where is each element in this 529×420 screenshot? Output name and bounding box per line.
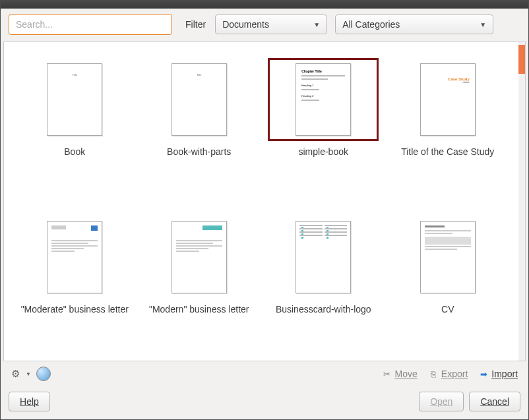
template-item-cv[interactable]: CV (389, 216, 507, 355)
template-item-case-study[interactable]: Case StudysubtitleTitle of the Case Stud… (389, 58, 507, 197)
globe-icon[interactable] (36, 367, 51, 381)
export-action: ⎘ Export (425, 367, 470, 380)
filter-category-dropdown[interactable]: All Categories ▼ (335, 15, 493, 34)
template-item-modern-letter[interactable]: "Modern" business letter (140, 216, 259, 355)
template-label: "Moderate" business letter (21, 304, 129, 316)
template-grid: TitleBookTitleBook-with-partsChapter Tit… (4, 42, 518, 361)
template-item-book[interactable]: TitleBook (16, 58, 134, 197)
template-label: Book (64, 146, 85, 158)
export-icon: ⎘ (428, 369, 439, 379)
template-grid-container: TitleBookTitleBook-with-partsChapter Tit… (3, 42, 526, 361)
chevron-down-icon: ▼ (313, 21, 320, 28)
cancel-button[interactable]: Cancel (469, 392, 520, 411)
import-icon: ➡ (478, 369, 489, 379)
search-input[interactable] (9, 14, 172, 35)
filter-label: Filter (185, 19, 206, 30)
filter-category-value: All Categories (342, 19, 400, 30)
import-action[interactable]: ➡ Import (476, 367, 520, 380)
move-action: ✂ Move (379, 367, 420, 380)
template-thumbnail: Chapter TitleHeading 1Heading 2 (268, 58, 379, 141)
move-icon: ✂ (382, 369, 392, 379)
export-label: Export (441, 369, 468, 379)
template-thumbnail (19, 216, 130, 299)
scrollbar-thumb[interactable] (518, 45, 525, 74)
footer-buttons: Help Open Cancel (1, 386, 528, 419)
template-thumbnail (268, 216, 379, 299)
filter-type-dropdown[interactable]: Documents ▼ (215, 15, 327, 34)
titlebar[interactable] (1, 1, 528, 9)
template-thumbnail (144, 216, 255, 299)
template-thumbnail: Case Studysubtitle (392, 58, 503, 141)
template-item-moderate-letter[interactable]: "Moderate" business letter (16, 216, 134, 355)
template-item-simple-book[interactable]: Chapter TitleHeading 1Heading 2simple-bo… (264, 58, 383, 197)
chevron-down-icon[interactable]: ▼ (26, 371, 31, 377)
import-label: Import (491, 369, 518, 379)
move-label: Move (395, 369, 418, 379)
template-thumbnail: Title (19, 58, 130, 141)
template-chooser-dialog: Filter Documents ▼ All Categories ▼ Titl… (0, 0, 529, 420)
chevron-down-icon: ▼ (480, 21, 486, 28)
template-label: "Modern" business letter (149, 304, 249, 316)
template-thumbnail: Title (144, 58, 255, 141)
gear-icon[interactable]: ⚙ (9, 367, 22, 380)
template-item-book-with-parts[interactable]: TitleBook-with-parts (140, 58, 259, 197)
template-label: CV (441, 304, 454, 316)
footer-actions: ⚙ ▼ ✂ Move ⎘ Export ➡ Import (1, 361, 528, 386)
scrollbar[interactable] (518, 42, 525, 361)
toolbar: Filter Documents ▼ All Categories ▼ (1, 9, 528, 42)
template-thumbnail (392, 216, 503, 299)
template-label: simple-book (299, 146, 348, 158)
help-button[interactable]: Help (9, 392, 50, 411)
open-button[interactable]: Open (419, 392, 464, 411)
template-label: Businesscard-with-logo (276, 304, 371, 316)
filter-type-value: Documents (222, 19, 269, 30)
template-label: Title of the Case Study (401, 146, 494, 158)
template-label: Book-with-parts (167, 146, 231, 158)
template-item-businesscard[interactable]: Businesscard-with-logo (264, 216, 383, 355)
